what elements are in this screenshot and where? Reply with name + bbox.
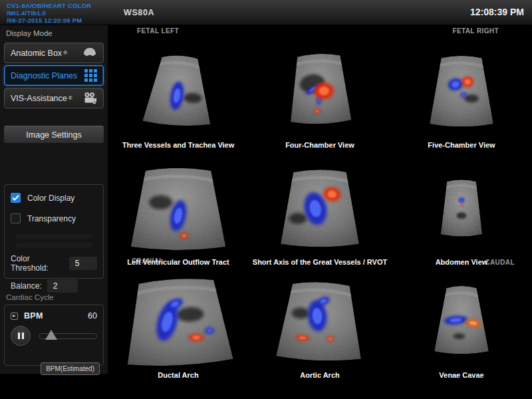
exam-info-line2: /MI1.4/TIb1.0 — [7, 9, 91, 17]
system-model-label: WS80A — [124, 8, 154, 17]
tile-caption: Four-Chamber View — [285, 141, 354, 149]
planes-grid: Three Vessels and Trachea ViewFour-Chamb… — [108, 36, 532, 379]
tile-caption: Ductal Arch — [158, 371, 198, 379]
bpm-slider-thumb[interactable] — [45, 330, 57, 340]
disabled-control — [16, 243, 92, 247]
ultrasound-image-ductal-arch — [116, 272, 240, 370]
plane-tile-short-axis-of-the-great-vessels-rvot[interactable]: Short Axis of the Great Vessels / RVOT — [249, 149, 391, 266]
diagnostic-planes-button[interactable]: Diagnostic Planes — [4, 65, 104, 86]
color-threshold-row: Color Threshold: 5 — [11, 254, 97, 273]
ultrasound-image-three-vessels-and-trachea-view — [128, 39, 228, 140]
bpm-label: BPM — [24, 311, 43, 321]
anatomic-box-button[interactable]: Anatomic Box ® — [4, 43, 104, 63]
bpm-slider[interactable] — [39, 333, 97, 339]
exam-info: CV1-8A/OB/HEART COLOR /MI1.4/TIb1.0 /09-… — [7, 2, 91, 24]
grid-icon — [84, 69, 97, 82]
clock: 12:08:39 PM — [470, 7, 524, 17]
tile-caption: Venae Cavae — [439, 371, 483, 379]
orientation-label-fetal-right: FETAL RIGHT — [452, 27, 499, 35]
balance-row: Balance: 2 — [11, 279, 97, 293]
checkbox-icon — [11, 193, 21, 203]
checkbox-icon — [11, 213, 21, 223]
plane-tile-ductal-arch[interactable]: Ductal Arch — [108, 266, 249, 379]
plane-tile-five-chamber-view[interactable]: Five-Chamber View — [391, 36, 532, 149]
bpm-value: 60 — [88, 311, 97, 321]
tile-caption: Abdomen View — [436, 258, 488, 266]
tile-caption: Left Ventricular Outflow Tract — [127, 258, 229, 266]
bpm-estimated-badge[interactable]: BPM(Estimated) — [41, 362, 100, 375]
color-settings-panel: Color Display Transparency Color Thresho… — [4, 184, 104, 279]
balance-value[interactable]: 2 — [47, 279, 78, 293]
cardiac-cycle-title: Cardiac Cycle — [6, 293, 102, 301]
display-mode-title: Display Mode — [0, 25, 108, 41]
ultrasound-screen: CV1-8A/OB/HEART COLOR /MI1.4/TIb1.0 /09-… — [0, 0, 532, 399]
plane-tile-aortic-arch[interactable]: Aortic Arch — [249, 266, 391, 379]
plane-tile-four-chamber-view[interactable]: Four-Chamber View — [249, 36, 391, 149]
transparency-checkbox[interactable]: Transparency — [11, 213, 97, 223]
plane-tile-left-ventricular-outflow-tract[interactable]: Left Ventricular Outflow Tract — [108, 149, 249, 266]
plane-tile-three-vessels-and-trachea-view[interactable]: Three Vessels and Trachea View — [108, 36, 249, 149]
bpm-row: BPM 60 — [11, 311, 97, 321]
probe-icon — [82, 47, 97, 59]
exam-info-line3: /09-27-2015 12:20:06 PM — [7, 17, 91, 24]
orientation-label-fetal-left: FETAL LEFT — [137, 27, 179, 35]
exam-info-line1: CV1-8A/OB/HEART COLOR — [7, 2, 91, 9]
control-sidebar: Display Mode Anatomic Box ® Diagnostic P… — [0, 25, 108, 374]
tile-caption: Aortic Arch — [300, 371, 340, 379]
top-status-bar: CV1-8A/OB/HEART COLOR /MI1.4/TIb1.0 /09-… — [0, 0, 532, 25]
tile-caption: Short Axis of the Great Vessels / RVOT — [253, 258, 387, 266]
ultrasound-image-abdomen-view — [421, 158, 502, 257]
color-display-checkbox[interactable]: Color Display — [11, 193, 97, 203]
disabled-control — [16, 234, 92, 239]
pause-button[interactable] — [11, 326, 31, 346]
plane-tile-venae-cavae[interactable]: Venae Cavae — [391, 266, 532, 379]
ultrasound-image-five-chamber-view — [411, 41, 512, 140]
color-threshold-value[interactable]: 5 — [69, 257, 97, 270]
ultrasound-image-left-ventricular-outflow-tract — [120, 159, 237, 257]
image-settings-button[interactable]: Image Settings — [4, 126, 104, 143]
bpm-controls — [11, 326, 97, 346]
cine-camera-icon — [83, 92, 97, 104]
tile-caption: Five-Chamber View — [428, 141, 495, 149]
ultrasound-image-four-chamber-view — [270, 36, 370, 140]
ultrasound-image-aortic-arch — [264, 271, 376, 370]
pause-icon — [18, 332, 20, 339]
tile-caption: Three Vessels and Trachea View — [122, 141, 235, 149]
cardiac-cycle-icon — [11, 313, 18, 320]
ultrasound-image-short-axis-of-the-great-vessels-rvot — [265, 158, 375, 257]
pause-icon — [22, 332, 24, 339]
ultrasound-image-venae-cavae — [413, 268, 510, 370]
plane-tile-abdomen-view[interactable]: Abdomen View — [391, 149, 532, 266]
cardiac-cycle-panel: BPM 60 BPM(Estimated) — [4, 305, 104, 366]
vis-assistance-button[interactable]: VIS-Assistance ® — [4, 88, 104, 108]
diagnostic-planes-viewport: FETAL LEFT FETAL RIGHT CRANIAL CAUDAL Th… — [108, 25, 532, 399]
